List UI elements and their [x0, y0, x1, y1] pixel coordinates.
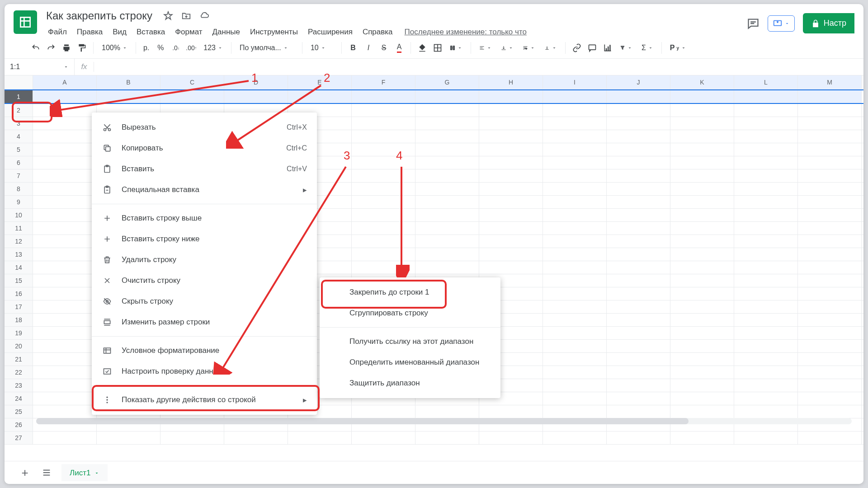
italic-button[interactable]: I: [362, 41, 375, 55]
cell[interactable]: [607, 90, 670, 103]
cell[interactable]: [352, 90, 415, 103]
borders-button[interactable]: [431, 41, 444, 55]
row-header[interactable]: 17: [5, 300, 33, 313]
cell[interactable]: [798, 261, 862, 274]
row-header[interactable]: 4: [5, 130, 33, 143]
cell[interactable]: [734, 327, 798, 339]
cell[interactable]: [670, 274, 734, 287]
row-header[interactable]: 2: [5, 104, 33, 117]
cell[interactable]: [288, 90, 352, 103]
cell[interactable]: [352, 104, 415, 117]
cell[interactable]: [543, 104, 607, 117]
row-header[interactable]: 11: [5, 222, 33, 235]
column-header[interactable]: F: [352, 75, 415, 89]
cell[interactable]: [33, 379, 97, 392]
cell[interactable]: [670, 104, 734, 117]
last-edit-link[interactable]: Последнее изменение: только что: [405, 28, 527, 37]
menu-item[interactable]: Защитить диапазон: [320, 373, 500, 394]
row-header[interactable]: 20: [5, 340, 33, 352]
cell[interactable]: [479, 169, 543, 182]
cell[interactable]: [415, 196, 479, 208]
cell[interactable]: [288, 432, 352, 444]
cell[interactable]: [670, 314, 734, 326]
cell[interactable]: [415, 104, 479, 117]
row-header[interactable]: 25: [5, 405, 33, 418]
cell[interactable]: [479, 143, 543, 156]
cell[interactable]: [543, 327, 607, 339]
cell[interactable]: [543, 340, 607, 352]
cell[interactable]: [798, 379, 862, 392]
cell[interactable]: [734, 392, 798, 405]
menu-данные[interactable]: Данные: [208, 26, 245, 38]
column-header[interactable]: H: [479, 75, 543, 89]
cell[interactable]: [734, 143, 798, 156]
cell[interactable]: [224, 90, 288, 103]
row-header[interactable]: 8: [5, 183, 33, 195]
row-header[interactable]: 19: [5, 327, 33, 339]
row-header[interactable]: 1: [5, 90, 33, 103]
cell[interactable]: [33, 169, 97, 182]
increase-decimal-button[interactable]: .00↑: [184, 41, 198, 55]
font-size-dropdown[interactable]: 10: [307, 41, 337, 55]
zoom-dropdown[interactable]: 100%: [98, 41, 131, 55]
cell[interactable]: [798, 392, 862, 405]
cell[interactable]: [670, 209, 734, 221]
cell[interactable]: [670, 327, 734, 339]
cell[interactable]: [607, 274, 670, 287]
cell[interactable]: [352, 209, 415, 221]
undo-button[interactable]: [29, 41, 42, 55]
cell[interactable]: [543, 117, 607, 130]
horizontal-scrollbar[interactable]: [36, 418, 852, 424]
cell[interactable]: [33, 90, 97, 103]
cell[interactable]: [479, 235, 543, 248]
cell[interactable]: [607, 287, 670, 300]
row-header[interactable]: 27: [5, 432, 33, 444]
cell[interactable]: [33, 222, 97, 235]
cell[interactable]: [734, 196, 798, 208]
cell[interactable]: [734, 353, 798, 366]
cell[interactable]: [670, 287, 734, 300]
menu-item[interactable]: ВырезатьCtrl+X: [92, 117, 317, 138]
cell[interactable]: [97, 90, 160, 103]
extensions-button[interactable]: Ру: [666, 41, 690, 55]
sheet-tab[interactable]: Лист1: [61, 464, 108, 481]
cell[interactable]: [33, 104, 97, 117]
cell[interactable]: [479, 248, 543, 261]
cell[interactable]: [798, 209, 862, 221]
cell[interactable]: [352, 117, 415, 130]
cell[interactable]: [734, 405, 798, 418]
cell[interactable]: [479, 183, 543, 195]
cell[interactable]: [415, 117, 479, 130]
cell[interactable]: [734, 209, 798, 221]
cell[interactable]: [734, 90, 798, 103]
cell[interactable]: [479, 130, 543, 143]
menu-файл[interactable]: Файл: [43, 26, 71, 38]
row-header[interactable]: 9: [5, 196, 33, 208]
cell[interactable]: [33, 432, 97, 444]
percent-button[interactable]: %: [154, 41, 167, 55]
cell[interactable]: [607, 143, 670, 156]
cell[interactable]: [798, 340, 862, 352]
cell[interactable]: [33, 183, 97, 195]
select-all-corner[interactable]: [5, 75, 33, 89]
cell[interactable]: [543, 169, 607, 182]
cell[interactable]: [415, 248, 479, 261]
cell[interactable]: [607, 248, 670, 261]
cell[interactable]: [798, 366, 862, 379]
cell[interactable]: [415, 432, 479, 444]
cell[interactable]: [607, 314, 670, 326]
column-header[interactable]: K: [670, 75, 734, 89]
cell[interactable]: [607, 261, 670, 274]
document-title[interactable]: Как закрепить строку: [43, 9, 155, 23]
cell[interactable]: [670, 340, 734, 352]
cell[interactable]: [543, 300, 607, 313]
cell[interactable]: [543, 209, 607, 221]
cell[interactable]: [670, 405, 734, 418]
redo-button[interactable]: [44, 41, 58, 55]
cell[interactable]: [607, 300, 670, 313]
move-folder-icon[interactable]: [181, 11, 191, 21]
cell[interactable]: [734, 156, 798, 169]
cell[interactable]: [734, 104, 798, 117]
cell[interactable]: [734, 379, 798, 392]
bold-button[interactable]: B: [346, 41, 360, 55]
